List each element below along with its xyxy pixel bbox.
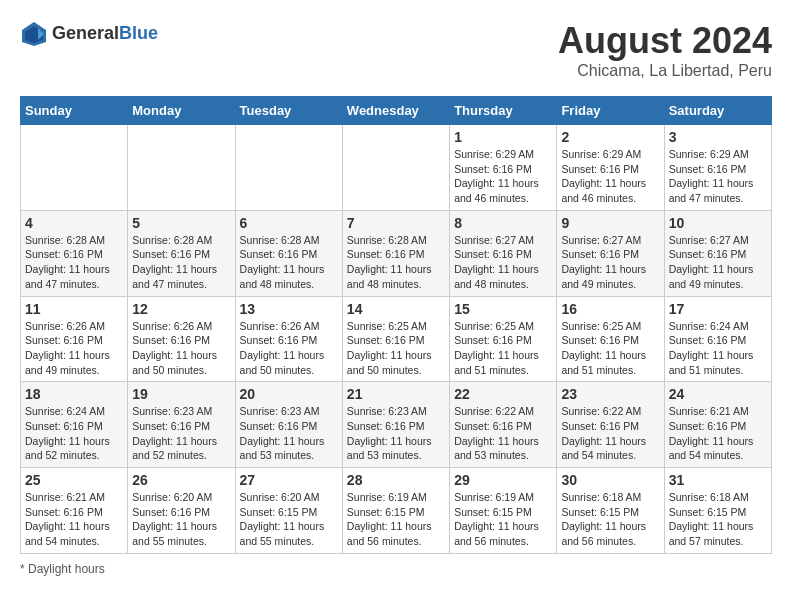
header-row: SundayMondayTuesdayWednesdayThursdayFrid… <box>21 97 772 125</box>
day-number: 9 <box>561 215 659 231</box>
day-number: 16 <box>561 301 659 317</box>
day-cell: 16Sunrise: 6:25 AM Sunset: 6:16 PM Dayli… <box>557 296 664 382</box>
day-cell: 3Sunrise: 6:29 AM Sunset: 6:16 PM Daylig… <box>664 125 771 211</box>
day-number: 4 <box>25 215 123 231</box>
day-number: 14 <box>347 301 445 317</box>
day-info: Sunrise: 6:20 AM Sunset: 6:16 PM Dayligh… <box>132 490 230 549</box>
day-number: 25 <box>25 472 123 488</box>
day-header-tuesday: Tuesday <box>235 97 342 125</box>
day-info: Sunrise: 6:28 AM Sunset: 6:16 PM Dayligh… <box>132 233 230 292</box>
day-info: Sunrise: 6:27 AM Sunset: 6:16 PM Dayligh… <box>561 233 659 292</box>
logo-general: GeneralBlue <box>52 24 158 44</box>
day-info: Sunrise: 6:24 AM Sunset: 6:16 PM Dayligh… <box>25 404 123 463</box>
day-cell <box>235 125 342 211</box>
day-number: 12 <box>132 301 230 317</box>
day-cell: 6Sunrise: 6:28 AM Sunset: 6:16 PM Daylig… <box>235 210 342 296</box>
day-number: 19 <box>132 386 230 402</box>
day-info: Sunrise: 6:25 AM Sunset: 6:16 PM Dayligh… <box>561 319 659 378</box>
day-info: Sunrise: 6:25 AM Sunset: 6:16 PM Dayligh… <box>454 319 552 378</box>
day-number: 30 <box>561 472 659 488</box>
day-cell: 20Sunrise: 6:23 AM Sunset: 6:16 PM Dayli… <box>235 382 342 468</box>
day-info: Sunrise: 6:23 AM Sunset: 6:16 PM Dayligh… <box>132 404 230 463</box>
day-info: Sunrise: 6:25 AM Sunset: 6:16 PM Dayligh… <box>347 319 445 378</box>
logo-icon <box>20 20 48 48</box>
day-info: Sunrise: 6:21 AM Sunset: 6:16 PM Dayligh… <box>669 404 767 463</box>
day-info: Sunrise: 6:18 AM Sunset: 6:15 PM Dayligh… <box>669 490 767 549</box>
day-info: Sunrise: 6:19 AM Sunset: 6:15 PM Dayligh… <box>454 490 552 549</box>
day-number: 21 <box>347 386 445 402</box>
day-number: 6 <box>240 215 338 231</box>
day-info: Sunrise: 6:26 AM Sunset: 6:16 PM Dayligh… <box>132 319 230 378</box>
day-cell: 27Sunrise: 6:20 AM Sunset: 6:15 PM Dayli… <box>235 468 342 554</box>
day-info: Sunrise: 6:28 AM Sunset: 6:16 PM Dayligh… <box>347 233 445 292</box>
day-number: 20 <box>240 386 338 402</box>
day-number: 27 <box>240 472 338 488</box>
day-header-thursday: Thursday <box>450 97 557 125</box>
day-info: Sunrise: 6:27 AM Sunset: 6:16 PM Dayligh… <box>454 233 552 292</box>
day-info: Sunrise: 6:23 AM Sunset: 6:16 PM Dayligh… <box>240 404 338 463</box>
day-cell: 25Sunrise: 6:21 AM Sunset: 6:16 PM Dayli… <box>21 468 128 554</box>
day-number: 29 <box>454 472 552 488</box>
day-header-sunday: Sunday <box>21 97 128 125</box>
day-header-friday: Friday <box>557 97 664 125</box>
day-header-saturday: Saturday <box>664 97 771 125</box>
day-number: 11 <box>25 301 123 317</box>
day-cell: 13Sunrise: 6:26 AM Sunset: 6:16 PM Dayli… <box>235 296 342 382</box>
day-number: 8 <box>454 215 552 231</box>
day-number: 5 <box>132 215 230 231</box>
day-cell: 12Sunrise: 6:26 AM Sunset: 6:16 PM Dayli… <box>128 296 235 382</box>
day-number: 17 <box>669 301 767 317</box>
day-cell: 10Sunrise: 6:27 AM Sunset: 6:16 PM Dayli… <box>664 210 771 296</box>
day-number: 13 <box>240 301 338 317</box>
week-row-4: 25Sunrise: 6:21 AM Sunset: 6:16 PM Dayli… <box>21 468 772 554</box>
day-cell: 18Sunrise: 6:24 AM Sunset: 6:16 PM Dayli… <box>21 382 128 468</box>
day-cell: 30Sunrise: 6:18 AM Sunset: 6:15 PM Dayli… <box>557 468 664 554</box>
week-row-3: 18Sunrise: 6:24 AM Sunset: 6:16 PM Dayli… <box>21 382 772 468</box>
week-row-1: 4Sunrise: 6:28 AM Sunset: 6:16 PM Daylig… <box>21 210 772 296</box>
day-cell: 26Sunrise: 6:20 AM Sunset: 6:16 PM Dayli… <box>128 468 235 554</box>
day-cell: 22Sunrise: 6:22 AM Sunset: 6:16 PM Dayli… <box>450 382 557 468</box>
day-info: Sunrise: 6:22 AM Sunset: 6:16 PM Dayligh… <box>561 404 659 463</box>
day-info: Sunrise: 6:29 AM Sunset: 6:16 PM Dayligh… <box>561 147 659 206</box>
day-info: Sunrise: 6:22 AM Sunset: 6:16 PM Dayligh… <box>454 404 552 463</box>
day-number: 2 <box>561 129 659 145</box>
month-year: August 2024 <box>558 20 772 62</box>
day-number: 22 <box>454 386 552 402</box>
day-info: Sunrise: 6:19 AM Sunset: 6:15 PM Dayligh… <box>347 490 445 549</box>
day-info: Sunrise: 6:29 AM Sunset: 6:16 PM Dayligh… <box>454 147 552 206</box>
day-cell: 7Sunrise: 6:28 AM Sunset: 6:16 PM Daylig… <box>342 210 449 296</box>
week-row-0: 1Sunrise: 6:29 AM Sunset: 6:16 PM Daylig… <box>21 125 772 211</box>
day-cell: 28Sunrise: 6:19 AM Sunset: 6:15 PM Dayli… <box>342 468 449 554</box>
day-header-monday: Monday <box>128 97 235 125</box>
location: Chicama, La Libertad, Peru <box>558 62 772 80</box>
title-section: August 2024 Chicama, La Libertad, Peru <box>558 20 772 80</box>
logo-text: GeneralBlue <box>52 24 158 44</box>
day-number: 26 <box>132 472 230 488</box>
day-cell: 5Sunrise: 6:28 AM Sunset: 6:16 PM Daylig… <box>128 210 235 296</box>
footnote: * Daylight hours <box>20 562 772 576</box>
day-cell <box>342 125 449 211</box>
day-cell: 24Sunrise: 6:21 AM Sunset: 6:16 PM Dayli… <box>664 382 771 468</box>
day-info: Sunrise: 6:18 AM Sunset: 6:15 PM Dayligh… <box>561 490 659 549</box>
page-header: GeneralBlue August 2024 Chicama, La Libe… <box>20 20 772 80</box>
day-cell: 17Sunrise: 6:24 AM Sunset: 6:16 PM Dayli… <box>664 296 771 382</box>
day-cell: 15Sunrise: 6:25 AM Sunset: 6:16 PM Dayli… <box>450 296 557 382</box>
logo: GeneralBlue <box>20 20 158 48</box>
day-info: Sunrise: 6:29 AM Sunset: 6:16 PM Dayligh… <box>669 147 767 206</box>
day-cell: 1Sunrise: 6:29 AM Sunset: 6:16 PM Daylig… <box>450 125 557 211</box>
week-row-2: 11Sunrise: 6:26 AM Sunset: 6:16 PM Dayli… <box>21 296 772 382</box>
day-cell: 29Sunrise: 6:19 AM Sunset: 6:15 PM Dayli… <box>450 468 557 554</box>
day-cell: 31Sunrise: 6:18 AM Sunset: 6:15 PM Dayli… <box>664 468 771 554</box>
day-cell: 19Sunrise: 6:23 AM Sunset: 6:16 PM Dayli… <box>128 382 235 468</box>
day-number: 28 <box>347 472 445 488</box>
day-header-wednesday: Wednesday <box>342 97 449 125</box>
calendar-table: SundayMondayTuesdayWednesdayThursdayFrid… <box>20 96 772 554</box>
day-number: 15 <box>454 301 552 317</box>
day-number: 23 <box>561 386 659 402</box>
day-number: 24 <box>669 386 767 402</box>
day-cell: 2Sunrise: 6:29 AM Sunset: 6:16 PM Daylig… <box>557 125 664 211</box>
day-cell: 11Sunrise: 6:26 AM Sunset: 6:16 PM Dayli… <box>21 296 128 382</box>
day-number: 1 <box>454 129 552 145</box>
day-info: Sunrise: 6:20 AM Sunset: 6:15 PM Dayligh… <box>240 490 338 549</box>
day-info: Sunrise: 6:28 AM Sunset: 6:16 PM Dayligh… <box>240 233 338 292</box>
